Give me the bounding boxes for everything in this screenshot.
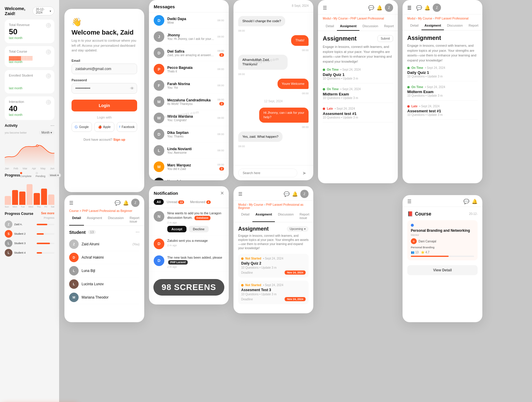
submit-button[interactable]: Submit xyxy=(377,35,393,42)
chat-icon[interactable]: 💬 xyxy=(463,199,469,204)
password-input[interactable] xyxy=(72,83,137,94)
menu-icon[interactable]: ☰ xyxy=(69,200,73,206)
decline-button[interactable]: Decline xyxy=(189,226,209,232)
progress-bar-wrap xyxy=(37,233,54,235)
google-login-button[interactable]: G Google xyxy=(72,122,92,132)
view-detail-button[interactable]: View Detail xyxy=(407,265,478,275)
chat-list-item[interactable]: F Farah Nisrina You: Yoi 08:00 xyxy=(149,77,229,94)
chat-time: 08:00 xyxy=(217,116,224,119)
unread-badge: 2 xyxy=(219,53,224,57)
course-category: Personal Branding xyxy=(411,246,474,249)
assignment-tab[interactable]: Detail xyxy=(323,22,337,31)
chat-time: 08:00 xyxy=(217,19,224,22)
see-more-link[interactable]: See more xyxy=(41,212,54,216)
course-date: 20-12- xyxy=(469,212,478,215)
item-date: • Sept 24, 2024 xyxy=(263,283,283,287)
login-button[interactable]: Login xyxy=(72,100,137,111)
bar-chart-bar xyxy=(41,189,47,205)
apple-login-button[interactable]: 🍎 Apple xyxy=(94,122,115,132)
dots-menu[interactable]: ··· xyxy=(51,123,54,128)
accept-button[interactable]: Accept xyxy=(167,226,186,232)
chatlist-panel: Messages D Dwiki Dapa Wow 08:00 J Jhonny… xyxy=(149,0,229,180)
chat-icon[interactable]: 💬 xyxy=(284,191,290,197)
chat-list-item[interactable]: D Dwi Safira Zaid, you are amazing at an… xyxy=(149,45,229,61)
chat-list-item[interactable]: L Linda Novianti You: Awesome 08:00 xyxy=(149,142,229,159)
bell-icon[interactable]: 🔔 xyxy=(292,191,298,197)
chat-list-item[interactable]: M Marc Marquez You did it Zaid 08:00 2 xyxy=(149,159,229,175)
chat-meta: 08:00 xyxy=(217,149,224,152)
menu-icon[interactable]: ☰ xyxy=(407,199,411,204)
item-sub: 10 Questions • Update 3 m xyxy=(407,75,478,78)
student-list-tab[interactable]: Detail xyxy=(69,214,84,226)
course-card-panel: ☰ 💬 🔔 Z Modul › My Course › PHP Laravel … xyxy=(403,0,482,183)
bell-icon[interactable]: 🔔 xyxy=(377,5,382,11)
student-list-tab[interactable]: Discussion xyxy=(105,214,126,226)
assignment2-item: Not Started • Sept 24, 2024 Assesment Te… xyxy=(238,281,309,304)
send-button[interactable]: ➤ xyxy=(300,168,309,177)
assignment-tab[interactable]: Discussion xyxy=(359,22,381,31)
breadcrumb: Modul › My Course › PHP Laravel Professi… xyxy=(403,14,482,21)
assignment2-tab[interactable]: Assigment xyxy=(252,211,275,222)
chat-list-item[interactable]: D Dika Septian You: Thanks 08:00 xyxy=(149,126,229,142)
chat-list-item[interactable]: M Mezzaluna Candradimuka Its Work! Thank… xyxy=(149,94,229,110)
chat-icon[interactable]: 💬 xyxy=(416,5,422,11)
chat-list-item[interactable]: W Wirda Wardana You: Congrats! 08:00 xyxy=(149,110,229,126)
deadline-badge: Nov 24, 2024 xyxy=(285,270,306,275)
student-avatar: D xyxy=(69,253,79,262)
assignment2-tab[interactable]: Discussion xyxy=(275,211,296,222)
status-indicator xyxy=(241,257,244,260)
chat-list-item[interactable]: J Jhonny You: Hi Jhonny, can I ask for y… xyxy=(149,29,229,45)
bell-icon[interactable]: 🔔 xyxy=(123,200,129,206)
assignment-tab[interactable]: Report xyxy=(381,22,397,31)
signup-link[interactable]: Sign up xyxy=(113,138,125,141)
dots-menu[interactable]: ··· xyxy=(136,229,140,235)
facebook-login-button[interactable]: f Facebook xyxy=(117,122,137,132)
week-select[interactable]: Week ▾ xyxy=(48,173,61,177)
date-badge[interactable]: 20-12-2024 ▾ xyxy=(33,7,54,15)
user-avatar: Z xyxy=(131,199,140,207)
month-select[interactable]: Month ▾ xyxy=(39,130,54,135)
notification-tab[interactable]: All xyxy=(154,199,164,205)
course-card-assign-item: Late • Sept 24, 2024 Assesment test #1 1… xyxy=(407,105,478,120)
bell-icon[interactable]: 🔔 xyxy=(472,199,478,204)
message-bubble: Alhamdulillah Zaid, Thankyou! xyxy=(238,55,288,70)
menu-icon[interactable]: ☰ xyxy=(238,191,242,197)
info-icon[interactable]: ⓘ xyxy=(46,23,51,28)
notification-tab[interactable]: Mentioned4 xyxy=(187,199,213,205)
student-name: Achraf Hakimi xyxy=(82,255,140,260)
info-icon[interactable]: ⓘ xyxy=(46,50,51,54)
date-value: 20-12-2024 xyxy=(36,8,48,14)
email-input[interactable] xyxy=(72,64,137,74)
course-card-tab[interactable]: Report xyxy=(466,21,481,30)
bell-icon[interactable]: 🔔 xyxy=(424,5,430,11)
info-icon[interactable]: ⓘ xyxy=(46,74,51,78)
student-list-tab[interactable]: Assigment xyxy=(84,214,105,226)
assignment-tab[interactable]: Assigment xyxy=(337,22,359,31)
message-input[interactable] xyxy=(238,168,297,177)
close-button[interactable]: ✕ xyxy=(220,190,224,196)
info-icon[interactable]: ⓘ xyxy=(46,100,51,105)
chat-list-item[interactable]: P Pecco Bagnaia Thats it 08:00 xyxy=(149,61,229,77)
chat-icon[interactable]: 💬 xyxy=(368,5,374,11)
assignment2-tab[interactable]: Detail xyxy=(238,211,252,222)
student-row: L Lucinta Lunov xyxy=(69,278,140,291)
upcoming-button[interactable]: Upcoming ▾ xyxy=(287,226,309,232)
bar-chart-bar xyxy=(27,184,33,205)
notification-tab[interactable]: Unread13 xyxy=(164,199,187,205)
user-avatar[interactable]: Z xyxy=(385,4,393,12)
notif-content: The new task has been added, please PHP … xyxy=(167,255,224,268)
chat-name: Pecco Bagnaia xyxy=(167,66,214,70)
menu-icon[interactable]: ☰ xyxy=(407,5,411,11)
menu-icon[interactable]: ☰ xyxy=(323,5,327,11)
course-card-tab[interactable]: Discussion xyxy=(444,21,466,30)
chat-list-item[interactable]: D Dwiki Dapa Wow 08:00 xyxy=(149,12,229,29)
chevron-down-icon: ▾ xyxy=(50,9,51,13)
chat-icon[interactable]: 💬 xyxy=(115,200,121,206)
course-card-tab[interactable]: Assigment xyxy=(421,21,444,30)
course-card-tab[interactable]: Detail xyxy=(407,21,421,30)
chat-list-item[interactable]: N Nora Adayana You: Hahhaa 08:00 xyxy=(149,175,229,180)
toggle-password-icon[interactable]: 👁 xyxy=(130,86,134,91)
assignment2-tab[interactable]: Report issue xyxy=(297,211,312,222)
student-list-tab[interactable]: Report issue xyxy=(127,214,142,226)
chat-meta: 08:00 xyxy=(217,68,224,71)
